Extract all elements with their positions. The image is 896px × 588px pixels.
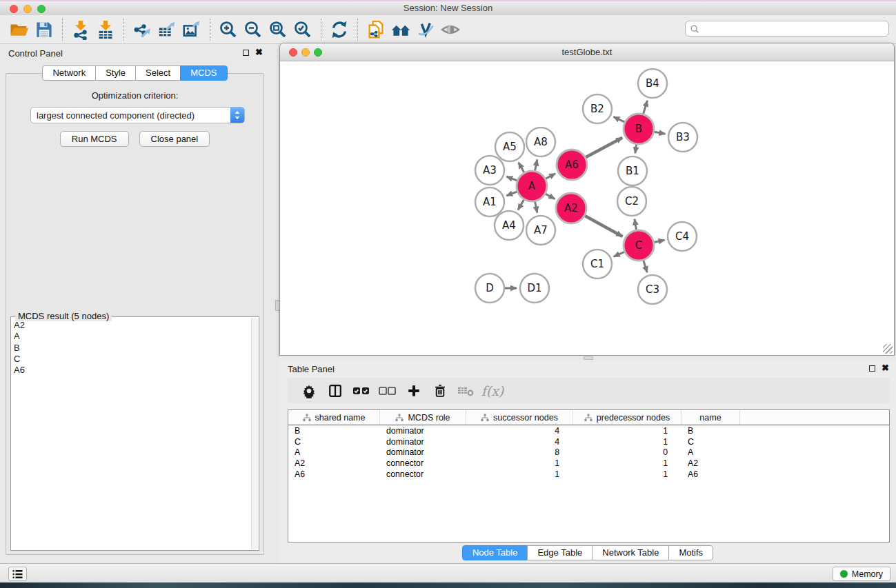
node-label-A8: A8 (534, 136, 548, 148)
window-title: Session: New Session (0, 1, 896, 15)
show-all-eye-icon[interactable] (438, 18, 463, 41)
duplicate-network-icon[interactable] (364, 18, 388, 41)
window-titlebar: Session: New Session (0, 0, 896, 15)
column-header-successor-nodes[interactable]: successor nodes (466, 410, 573, 425)
open-session-icon[interactable] (7, 18, 32, 41)
node-label-A5: A5 (503, 141, 517, 153)
node-label-A6: A6 (565, 159, 579, 171)
table-settings-gear-icon[interactable] (296, 381, 322, 401)
tab-style[interactable]: Style (95, 65, 136, 81)
cell-shared-name: A6 (288, 469, 380, 479)
zoom-out-icon[interactable] (241, 18, 266, 41)
export-table-icon[interactable] (155, 18, 179, 41)
node-label-B4: B4 (646, 77, 659, 90)
close-panel-icon[interactable]: ✖ (882, 365, 889, 372)
node-table[interactable]: shared nameMCDS rolesuccessor nodesprede… (288, 409, 890, 543)
table-row[interactable]: A6connector11A6 (288, 469, 889, 480)
run-mcds-button[interactable]: Run MCDS (60, 131, 129, 147)
table-row[interactable]: Bdominator41B (288, 425, 889, 436)
optimization-criterion-dropdown[interactable]: largest connected component (directed) (30, 107, 245, 123)
network-minimize-button[interactable] (301, 48, 310, 57)
mcds-result-list[interactable]: A2ABCA6 (14, 320, 250, 549)
task-history-button[interactable] (8, 567, 27, 581)
save-session-icon[interactable] (32, 18, 57, 41)
cell-name: B (681, 426, 740, 436)
import-table-icon[interactable] (93, 18, 118, 41)
export-network-icon[interactable] (130, 18, 155, 41)
delete-column-trash-icon[interactable] (427, 381, 453, 401)
status-bar: Memory (0, 563, 896, 582)
tab-edge-table[interactable]: Edge Table (527, 545, 593, 560)
result-item[interactable]: A2 (14, 320, 250, 331)
application-window: Session: New Session (0, 0, 896, 588)
network-close-button[interactable] (289, 48, 297, 57)
close-panel-button[interactable]: Close panel (139, 131, 210, 147)
zoom-in-icon[interactable] (216, 18, 241, 41)
network-window-titlebar[interactable]: testGlobe.txt (280, 43, 894, 61)
cell-MCDS-role: dominator (380, 426, 466, 436)
tab-network[interactable]: Network (42, 65, 96, 81)
result-item[interactable]: A (14, 331, 250, 342)
vertical-split-divider[interactable] (270, 44, 279, 563)
tab-mcds[interactable]: MCDS (180, 65, 227, 81)
close-window-button[interactable] (10, 5, 18, 13)
column-header-shared-name[interactable]: shared name (288, 410, 380, 425)
node-label-C4: C4 (675, 230, 689, 243)
result-item[interactable]: A6 (14, 365, 250, 376)
zoom-fit-icon[interactable] (266, 18, 290, 41)
column-tree-icon (303, 414, 311, 422)
node-label-C2: C2 (625, 195, 639, 207)
show-columns-icon[interactable] (322, 381, 348, 401)
close-panel-icon[interactable]: ✖ (255, 49, 263, 56)
refresh-icon[interactable] (327, 18, 352, 41)
table-body: Bdominator41BCdominator41CAdominator80AA… (288, 425, 889, 480)
node-label-C1: C1 (590, 258, 604, 270)
cell-successor-nodes: 8 (466, 447, 573, 457)
search-field[interactable] (685, 21, 889, 37)
cell-shared-name: B (288, 426, 380, 436)
dropdown-selected-value: largest connected component (directed) (31, 110, 230, 121)
result-item[interactable]: B (14, 343, 250, 354)
function-builder-icon[interactable]: f(x) (479, 381, 506, 401)
tab-network-table[interactable]: Network Table (592, 545, 669, 560)
network-canvas[interactable]: B4B2BB3A5A8A6B1A3AA1C2A2A4A7C4CC1DD1C3 (280, 61, 894, 355)
add-column-plus-icon[interactable] (401, 381, 427, 401)
column-header-MCDS-role[interactable]: MCDS role (380, 410, 466, 425)
result-scrollbar[interactable] (251, 318, 258, 549)
minimize-window-button[interactable] (23, 5, 32, 13)
network-graph: B4B2BB3A5A8A6B1A3AA1C2A2A4A7C4CC1DD1C3 (280, 61, 894, 355)
first-neighbors-icon[interactable] (388, 18, 413, 41)
column-header-label: shared name (315, 413, 366, 423)
window-resize-grip[interactable] (883, 344, 893, 354)
hide-selected-icon[interactable] (413, 18, 438, 41)
export-image-icon[interactable] (179, 18, 204, 41)
tab-motifs[interactable]: Motifs (668, 545, 713, 560)
import-network-icon[interactable] (68, 18, 93, 41)
table-row[interactable]: A2connector11A2 (288, 458, 889, 469)
tab-select[interactable]: Select (135, 65, 181, 81)
node-label-B2: B2 (590, 103, 604, 115)
memory-button[interactable]: Memory (833, 567, 890, 581)
deselect-all-icon[interactable] (375, 381, 401, 401)
result-item[interactable]: C (14, 354, 250, 365)
network-maximize-button[interactable] (314, 48, 322, 57)
column-header-predecessor-nodes[interactable]: predecessor nodes (573, 410, 681, 425)
dropdown-stepper-icon (230, 108, 244, 123)
table-row[interactable]: Adominator80A (288, 447, 889, 458)
node-label-A2: A2 (564, 202, 578, 214)
delete-table-icon[interactable] (453, 381, 479, 401)
tab-node-table[interactable]: Node Table (462, 545, 528, 560)
main-toolbar (0, 15, 896, 44)
table-tabs: Node TableEdge TableNetwork TableMotifs (279, 545, 896, 560)
float-panel-icon[interactable] (869, 365, 875, 372)
cell-name: A2 (681, 458, 740, 468)
column-header-label: predecessor nodes (597, 413, 670, 423)
float-panel-icon[interactable] (243, 50, 249, 56)
memory-status-dot (840, 570, 848, 578)
zoom-selected-icon[interactable] (290, 18, 315, 41)
table-row[interactable]: Cdominator41C (288, 436, 889, 447)
search-input[interactable] (699, 24, 888, 34)
column-header-name[interactable]: name (681, 410, 740, 425)
maximize-window-button[interactable] (37, 5, 46, 13)
select-all-icon[interactable] (348, 381, 375, 401)
